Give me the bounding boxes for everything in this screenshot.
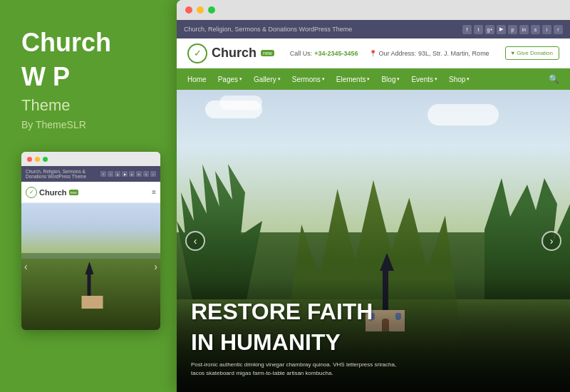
next-arrow-icon: › (550, 235, 554, 247)
browser-titlebar (177, 0, 570, 20)
mini-dot-yellow (35, 157, 40, 162)
slider-next-button[interactable]: › (542, 231, 561, 251)
address-label: Our Address: (379, 50, 417, 57)
nav-search-icon[interactable]: 🔍 (549, 74, 559, 84)
theme-title: Church W P (21, 29, 155, 96)
mini-sky (21, 203, 160, 253)
logo-icon: ✓ (187, 43, 207, 63)
social-ig[interactable]: i (542, 25, 551, 34)
nav-elements[interactable]: Elements ▾ (336, 76, 370, 83)
hero-section: RESTORE FAITH IN HUMANITY Post-ironic au… (177, 90, 570, 392)
nav-events-label: Events (411, 76, 433, 83)
slider-prev-button[interactable]: ‹ (185, 231, 205, 251)
site-header: ✓ Church new Call Us: +34-2345-3456 📍 Ou… (177, 38, 570, 68)
mini-header: ✓ Church new ≡ (21, 182, 160, 203)
main-nav: Home Pages ▾ Gallery ▾ Sermons ▾ Element… (177, 68, 570, 90)
social-yt[interactable]: ▶ (497, 25, 506, 34)
hero-main-text-line2: IN HUMANITY (191, 330, 556, 355)
nav-blog-arrow: ▾ (397, 76, 400, 82)
mini-social-in: in (136, 171, 142, 177)
social-tw[interactable]: t (474, 25, 483, 34)
main-browser-mockup: Church, Religion, Sermons & Donations Wo… (177, 0, 570, 392)
donate-button[interactable]: ♥ Give Donation (505, 46, 559, 60)
mini-hero: ‹ › (21, 203, 160, 330)
theme-subtitle: Theme (21, 96, 155, 115)
topbar-text: Church, Religion, Sermons & Donations Wo… (184, 26, 352, 33)
prev-arrow-icon: ‹ (194, 235, 197, 247)
nav-shop[interactable]: Shop ▾ (449, 76, 470, 83)
social-sk[interactable]: s (531, 25, 540, 34)
nav-blog[interactable]: Blog ▾ (381, 76, 400, 83)
mini-church-body (81, 296, 103, 309)
heart-icon: ♥ (512, 50, 515, 56)
left-panel: Church W P Theme By ThemeSLR Church, Rel… (0, 0, 177, 392)
nav-sermons[interactable]: Sermons ▾ (292, 76, 325, 83)
mini-social-ig: i (150, 171, 156, 177)
mini-topbar: Church, Religion, Sermons & Donations Wo… (21, 166, 160, 182)
logo-text: Church (212, 46, 256, 61)
mini-social-yt: ▶ (122, 171, 128, 177)
nav-sermons-arrow: ▾ (322, 76, 325, 82)
logo-area: ✓ Church new (187, 43, 274, 63)
header-contact: Call Us: +34-2345-3456 📍 Our Address: 93… (290, 50, 489, 57)
dot-yellow (197, 6, 204, 14)
nav-gallery-arrow: ▾ (278, 76, 281, 82)
header-address: 📍 Our Address: 93L, Str. J. Martin, Rome (369, 50, 489, 57)
social-in[interactable]: in (519, 25, 529, 34)
mini-steeple-body (87, 274, 90, 296)
nav-items: Home Pages ▾ Gallery ▾ Sermons ▾ Element… (187, 76, 470, 83)
mini-hamburger-icon: ≡ (152, 188, 156, 196)
cloud-2 (219, 96, 262, 110)
mini-steeple-top (85, 262, 93, 274)
nav-blog-label: Blog (381, 76, 395, 83)
mini-browser-mockup: Church, Religion, Sermons & Donations Wo… (21, 152, 160, 330)
steeple-point (380, 253, 394, 271)
mini-social-icons: f t g ▶ p in s i (100, 171, 156, 177)
nav-shop-label: Shop (449, 76, 465, 83)
mini-dot-red (27, 157, 32, 162)
phone-number: +34-2345-3456 (314, 50, 358, 57)
mini-social-pin: p (129, 171, 135, 177)
donate-label: Give Donation (517, 50, 553, 56)
nav-shop-arrow: ▾ (467, 76, 470, 82)
nav-gallery[interactable]: Gallery ▾ (254, 76, 281, 83)
social-fb[interactable]: f (462, 25, 472, 34)
header-phone: Call Us: +34-2345-3456 (290, 50, 358, 57)
mini-social-fb: f (100, 171, 106, 177)
cloud-3 (428, 104, 499, 125)
hero-text-overlay: RESTORE FAITH IN HUMANITY Post-ironic au… (177, 278, 570, 392)
nav-elements-label: Elements (336, 76, 366, 83)
mini-logo-icon: ✓ (26, 187, 37, 198)
nav-elements-arrow: ▾ (367, 76, 370, 82)
nav-home-label: Home (187, 76, 207, 83)
nav-pages-label: Pages (218, 76, 238, 83)
theme-by: By ThemeSLR (21, 119, 155, 130)
mini-next-arrow: › (154, 261, 157, 272)
browser-topbar: Church, Religion, Sermons & Donations Wo… (177, 20, 570, 38)
nav-pages[interactable]: Pages ▾ (218, 76, 242, 83)
mini-logo-badge: new (69, 190, 78, 195)
location-icon: 📍 (369, 50, 377, 57)
mini-prev-arrow: ‹ (24, 261, 28, 272)
social-pin[interactable]: p (508, 25, 517, 34)
nav-pages-arrow: ▾ (239, 76, 242, 82)
social-rss[interactable]: r (554, 25, 563, 34)
mini-social-sk: s (143, 171, 149, 177)
mini-social-tw: t (108, 171, 113, 177)
mini-titlebar (21, 152, 160, 166)
mini-church (79, 262, 103, 309)
dot-green (208, 6, 215, 14)
social-gp[interactable]: g+ (485, 25, 494, 34)
nav-events[interactable]: Events ▾ (411, 76, 437, 83)
hero-main-text-line1: RESTORE FAITH (191, 299, 556, 324)
nav-events-arrow: ▾ (435, 76, 437, 82)
mini-dot-green (43, 157, 48, 162)
hero-sub-text: Post-ironic authentic drinking vinegar c… (191, 361, 405, 378)
logo-badge: new (261, 50, 274, 56)
mini-logo-text: Church (39, 188, 67, 197)
mini-social-gp: g (115, 171, 120, 177)
nav-home[interactable]: Home (187, 76, 207, 83)
nav-sermons-label: Sermons (292, 76, 321, 83)
address-text: 93L, Str. J. Martin, Rome (418, 50, 489, 57)
topbar-social-icons: f t g+ ▶ p in s i r (462, 25, 563, 34)
